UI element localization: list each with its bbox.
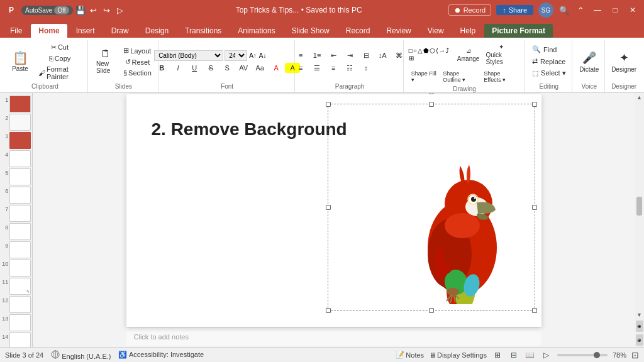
underline-button[interactable]: U: [187, 63, 202, 73]
zoom-slider[interactable]: [557, 354, 608, 356]
strikethrough-button[interactable]: S: [203, 63, 218, 73]
decrease-indent-button[interactable]: ⇤: [326, 50, 341, 61]
find-button[interactable]: 🔍 Find: [530, 44, 569, 55]
dictate-button[interactable]: 🎤 Dictate: [576, 49, 602, 75]
redo-button[interactable]: ↪: [101, 4, 113, 16]
resize-handle-bottommid[interactable]: [429, 308, 434, 313]
slide-sorter-button[interactable]: ⊟: [508, 349, 519, 361]
slide-img-12[interactable]: [9, 296, 31, 313]
tab-home[interactable]: Home: [31, 24, 67, 38]
panel-collapse-top[interactable]: ⊕: [636, 321, 643, 332]
fit-slide-button[interactable]: ⊡: [631, 350, 639, 360]
tab-design[interactable]: Design: [138, 24, 176, 38]
tab-help[interactable]: Help: [453, 24, 484, 38]
font-name-select[interactable]: Calibri (Body): [154, 50, 223, 61]
slide-thumb-11[interactable]: 11 ✎: [1, 278, 31, 295]
slide-thumb-5[interactable]: 5: [1, 168, 31, 185]
slide-img-6[interactable]: [9, 187, 31, 204]
tab-record[interactable]: Record: [338, 24, 378, 38]
reset-button[interactable]: ↺ Reset: [121, 57, 154, 67]
panel-collapse-bottom[interactable]: ⊕: [636, 334, 643, 346]
tab-draw[interactable]: Draw: [104, 24, 136, 38]
notes-button[interactable]: 📝 Notes: [396, 351, 424, 359]
resize-handle-bottomleft[interactable]: [326, 308, 331, 313]
bold-button[interactable]: B: [154, 63, 169, 73]
font-size-select[interactable]: 24: [225, 50, 247, 61]
tab-view[interactable]: View: [420, 24, 452, 38]
shadow-button[interactable]: S: [219, 63, 235, 73]
slide-img-10[interactable]: [9, 260, 31, 277]
resize-handle-bottomright[interactable]: [532, 308, 537, 313]
text-case-button[interactable]: Aa: [252, 63, 267, 73]
undo-button[interactable]: ↩: [88, 4, 99, 16]
shape-gallery[interactable]: □○△ ⬟⬡⟨ →⤴⊞: [409, 47, 454, 62]
scroll-up-button[interactable]: ▲: [635, 93, 643, 102]
font-increase-icon[interactable]: A↑: [248, 52, 257, 60]
copy-button[interactable]: ⎘ Copy: [36, 53, 84, 63]
tab-picture-format[interactable]: Picture Format: [484, 24, 553, 38]
scroll-track[interactable]: [636, 102, 642, 310]
scroll-down-button[interactable]: ▼: [635, 310, 643, 319]
increase-indent-button[interactable]: ⇥: [342, 50, 357, 61]
shape-fill-button[interactable]: Shape Fill ▾: [409, 69, 440, 84]
slideshow-button[interactable]: ▷: [541, 349, 552, 361]
slide-img-3[interactable]: [9, 132, 31, 149]
maximize-button[interactable]: □: [609, 4, 621, 16]
line-spacing-button[interactable]: ↕: [358, 63, 374, 73]
normal-view-button[interactable]: ⊞: [492, 349, 503, 361]
user-avatar[interactable]: SG: [538, 3, 553, 18]
slide-thumb-4[interactable]: 4: [1, 150, 31, 167]
tab-file[interactable]: File: [3, 24, 30, 38]
text-direction-button[interactable]: ↕A: [375, 50, 390, 60]
resize-handle-midright[interactable]: [532, 205, 537, 210]
tab-transitions[interactable]: Transitions: [177, 24, 229, 38]
slide-canvas[interactable]: 2. Remove Background: [126, 94, 541, 327]
slide-thumb-13[interactable]: 13: [1, 314, 31, 331]
select-button[interactable]: ⬚ Select ▾: [530, 68, 569, 79]
record-button[interactable]: ⏺ Record: [448, 4, 491, 16]
scroll-thumb[interactable]: [636, 197, 642, 216]
share-button[interactable]: ↑ Share: [496, 5, 533, 15]
slide-img-4[interactable]: [9, 150, 31, 167]
minimize-button[interactable]: —: [591, 4, 604, 16]
tab-insert[interactable]: Insert: [69, 24, 103, 38]
search-icon[interactable]: 🔍: [558, 4, 570, 16]
align-left-button[interactable]: ≡: [293, 63, 308, 73]
zoom-thumb[interactable]: [594, 352, 600, 358]
slide-thumb-2[interactable]: 2: [1, 114, 31, 131]
slide-img-13[interactable]: [9, 314, 31, 331]
save-button[interactable]: 💾: [75, 4, 86, 16]
slide-thumb-10[interactable]: 10: [1, 260, 31, 277]
shape-effects-button[interactable]: Shape Effects ▾: [481, 69, 520, 84]
right-scrollbar[interactable]: ▲ ▼ ⊕ ⊕: [635, 93, 644, 347]
accessibility-indicator[interactable]: ♿ Accessibility: Investigate: [118, 351, 204, 359]
zoom-level[interactable]: 78%: [613, 351, 626, 359]
slide-img-9[interactable]: [9, 241, 31, 258]
autosave-toggle[interactable]: AutoSave Off: [21, 6, 73, 15]
tab-review[interactable]: Review: [379, 24, 418, 38]
convert-to-smartart-button[interactable]: ⌘: [391, 50, 406, 61]
numbering-button[interactable]: 1≡: [309, 50, 325, 60]
quick-styles-button[interactable]: ✦ Quick Styles: [483, 41, 521, 67]
resize-handle-topright[interactable]: [532, 102, 537, 107]
resize-handle-topmid[interactable]: [429, 102, 434, 107]
slide-thumb-8[interactable]: 8: [1, 223, 31, 240]
slide-thumb-6[interactable]: 6: [1, 187, 31, 204]
arrange-button[interactable]: ⊿ Arrange: [455, 45, 482, 64]
section-button[interactable]: § Section: [121, 68, 154, 78]
slide-img-2[interactable]: [9, 114, 31, 131]
layout-button[interactable]: ⊞ Layout: [121, 45, 154, 56]
slide-thumb-7[interactable]: 7: [1, 205, 31, 222]
slide-img-1[interactable]: [9, 96, 31, 112]
slide-img-11[interactable]: ✎: [9, 278, 31, 295]
bullets-button[interactable]: ≡: [293, 50, 308, 60]
slide-img-8[interactable]: [9, 223, 31, 240]
reading-view-button[interactable]: 📖: [525, 349, 536, 361]
slide-thumb-9[interactable]: 9: [1, 241, 31, 258]
align-right-button[interactable]: ≡: [326, 63, 341, 73]
columns-button[interactable]: ⊟: [358, 50, 374, 61]
present-button[interactable]: ▷: [114, 4, 126, 16]
rotate-handle[interactable]: [428, 93, 435, 94]
resize-handle-midleft[interactable]: [326, 205, 331, 210]
slide-panel[interactable]: 1 2 3 4 5 6 7: [0, 93, 33, 347]
